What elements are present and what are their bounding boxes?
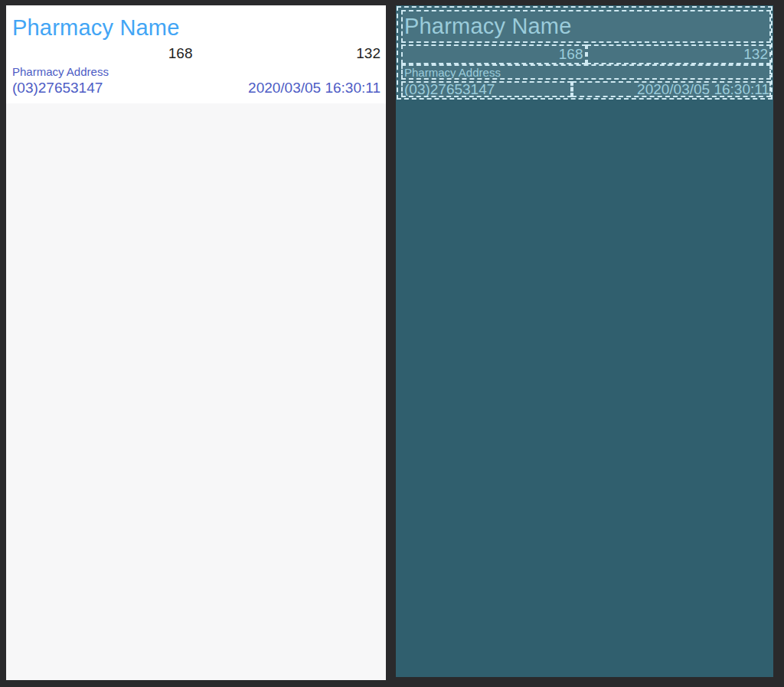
- overlay-address-text: Pharmacy Address: [404, 66, 501, 79]
- overlay-title-text: Pharmacy Name: [404, 14, 572, 39]
- overlay-phone-text: (03)27653147: [404, 81, 495, 97]
- overlay-title-box: Pharmacy Name: [401, 10, 771, 43]
- overlay-address-box: Pharmacy Address: [401, 64, 771, 80]
- overlay-counter-left-box: 168: [401, 44, 586, 64]
- counter-left-value: 168: [12, 45, 197, 62]
- overlay-timestamp-box: 2020/03/05 16:30:11: [572, 81, 771, 97]
- counter-right-value: 132: [197, 45, 381, 62]
- contact-row: (03)27653147 2020/03/05 16:30:11: [12, 79, 381, 97]
- comparison-stage: Pharmacy Name 168 132 Pharmacy Address (…: [0, 0, 784, 687]
- overlay-header-container: Pharmacy Name 168 132 Pharmacy Address (…: [397, 6, 773, 100]
- overlay-counter-right-text: 132: [743, 46, 768, 63]
- counters-row: 168 132: [12, 44, 381, 64]
- timestamp-text: 2020/03/05 16:30:11: [178, 80, 381, 97]
- phone-number-text: (03)27653147: [12, 80, 178, 97]
- app-screenshot-panel: Pharmacy Name 168 132 Pharmacy Address (…: [6, 5, 386, 680]
- overlay-counters-row: 168 132: [401, 44, 771, 64]
- app-body-empty: [6, 103, 386, 680]
- pharmacy-name-title: Pharmacy Name: [12, 12, 381, 44]
- overlay-timestamp-text: 2020/03/05 16:30:11: [637, 81, 769, 97]
- overlay-counter-right-box: 132: [586, 44, 772, 64]
- overlay-contact-row: (03)27653147 2020/03/05 16:30:11: [401, 81, 771, 97]
- pharmacy-address-text: Pharmacy Address: [12, 64, 381, 79]
- overlay-phone-box: (03)27653147: [401, 81, 572, 97]
- app-header: Pharmacy Name 168 132 Pharmacy Address (…: [6, 5, 386, 103]
- overlay-counter-left-text: 168: [559, 46, 583, 63]
- layout-overlay-panel: Pharmacy Name 168 132 Pharmacy Address (…: [396, 5, 773, 677]
